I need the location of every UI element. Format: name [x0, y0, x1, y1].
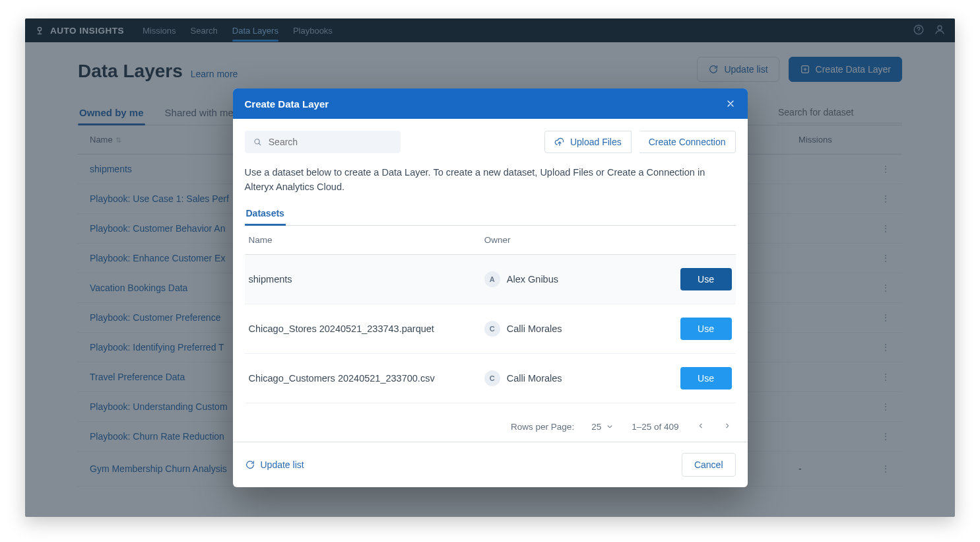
- close-icon[interactable]: [725, 98, 736, 109]
- modal-tabs: Datasets: [245, 201, 736, 226]
- rows-per-page-label: Rows per Page:: [511, 422, 574, 432]
- page-next[interactable]: [723, 421, 732, 432]
- page-range: 1–25 of 409: [632, 422, 678, 432]
- create-connection-button[interactable]: Create Connection: [639, 131, 736, 153]
- modal-hint: Use a dataset below to create a Data Lay…: [245, 165, 736, 195]
- svg-point-6: [254, 139, 259, 144]
- datasets-header: Name Owner: [245, 226, 736, 255]
- upload-files-label: Upload Files: [570, 137, 622, 147]
- dataset-owner: CCalli Morales: [484, 370, 659, 386]
- refresh-icon: [245, 459, 255, 470]
- dataset-name: Chicago_Stores 20240521_233743.parquet: [249, 323, 484, 334]
- avatar: A: [484, 271, 500, 287]
- avatar: C: [484, 370, 500, 386]
- modal-header: Create Data Layer: [233, 88, 748, 119]
- modal-footer: Update list Cancel: [233, 442, 748, 487]
- cancel-button[interactable]: Cancel: [682, 453, 736, 477]
- ds-col-owner: Owner: [484, 235, 659, 245]
- dataset-owner: CCalli Morales: [484, 321, 659, 337]
- rows-per-page-select[interactable]: 25: [591, 422, 614, 432]
- search-icon: [253, 137, 262, 147]
- dataset-name: shipments: [249, 274, 484, 285]
- page-prev[interactable]: [696, 421, 705, 432]
- modal-search[interactable]: [245, 131, 401, 153]
- modal-update-list-label: Update list: [261, 459, 304, 470]
- modal-update-list[interactable]: Update list: [245, 459, 304, 470]
- rows-per-page-value: 25: [591, 422, 601, 432]
- tab-datasets[interactable]: Datasets: [245, 201, 286, 225]
- dataset-row[interactable]: Chicago_Customers 20240521_233700.csvCCa…: [245, 354, 736, 403]
- upload-files-button[interactable]: Upload Files: [544, 131, 632, 153]
- chevron-down-icon: [605, 422, 614, 431]
- use-button[interactable]: Use: [680, 268, 732, 290]
- avatar: C: [484, 321, 500, 337]
- dataset-owner: AAlex Gnibus: [484, 271, 659, 287]
- pagination: Rows per Page: 25 1–25 of 409: [245, 412, 736, 442]
- create-data-layer-modal: Create Data Layer Upload Files: [233, 88, 748, 487]
- ds-col-name: Name: [249, 235, 484, 245]
- use-button[interactable]: Use: [680, 367, 732, 390]
- cloud-upload-icon: [554, 137, 565, 147]
- datasets-list: shipmentsAAlex GnibusUseChicago_Stores 2…: [245, 255, 736, 412]
- use-button[interactable]: Use: [680, 318, 732, 340]
- dataset-row[interactable]: shipmentsAAlex GnibusUse: [245, 255, 736, 304]
- dataset-name: Chicago_Customers 20240521_233700.csv: [249, 373, 484, 384]
- modal-title: Create Data Layer: [245, 98, 329, 110]
- dataset-row[interactable]: Hotel_Restaurant_PackagesAAlex GnibusUse: [245, 403, 736, 412]
- create-connection-label: Create Connection: [649, 137, 726, 147]
- dataset-row[interactable]: Chicago_Stores 20240521_233743.parquetCC…: [245, 304, 736, 354]
- modal-search-input[interactable]: [267, 136, 393, 148]
